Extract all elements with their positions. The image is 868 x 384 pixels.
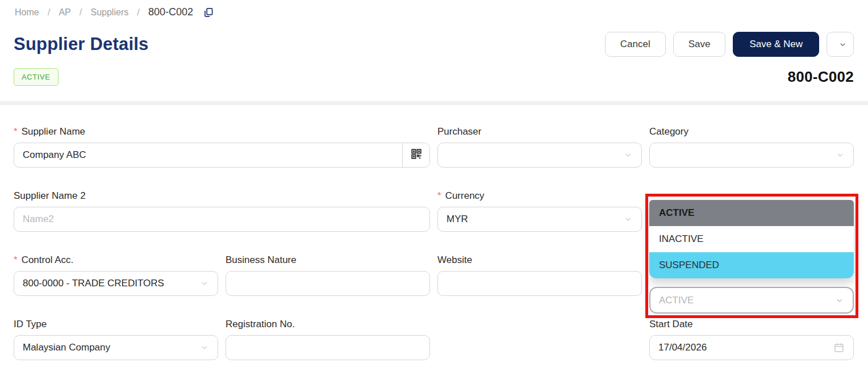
copy-icon[interactable] [203, 7, 214, 18]
calendar-icon [833, 342, 845, 353]
required-marker: * [14, 126, 18, 137]
field-supplier-name: * Supplier Name [14, 126, 430, 168]
purchaser-label: Purchaser [437, 126, 642, 137]
status-dropdown-menu: ACTIVE INACTIVE SUSPENDED [649, 200, 854, 278]
purchaser-select[interactable] [437, 143, 642, 168]
website-input[interactable] [446, 278, 633, 289]
field-category: Category [649, 126, 854, 168]
breadcrumb-separator: / [80, 7, 82, 18]
supplier-name-input[interactable] [14, 143, 402, 167]
breadcrumb-separator: / [137, 7, 140, 18]
required-marker: * [437, 190, 441, 202]
registration-no-input[interactable] [235, 342, 421, 353]
header-actions: Cancel Save Save & New [605, 32, 854, 57]
qr-code-icon [410, 148, 423, 163]
field-purchaser: Purchaser [437, 126, 642, 168]
breadcrumb-separator: / [48, 7, 51, 18]
chevron-down-icon [838, 40, 847, 49]
field-supplier-name-2: Supplier Name 2 [14, 190, 430, 232]
business-nature-label: Business Nature [226, 254, 430, 266]
id-type-label: ID Type [14, 318, 218, 330]
badge-row: ACTIVE 800-C002 [0, 57, 868, 86]
save-button[interactable]: Save [673, 32, 726, 57]
field-website: Website [437, 254, 642, 296]
field-currency: * Currency MYR [437, 190, 642, 232]
breadcrumb-current: 800-C002 [148, 6, 193, 18]
required-marker: * [14, 254, 18, 266]
status-option-inactive[interactable]: INACTIVE [649, 226, 854, 252]
control-acc-label: * Control Acc. [14, 254, 218, 266]
start-date-input[interactable]: 17/04/2026 [649, 335, 854, 360]
page-title: Supplier Details [14, 34, 149, 55]
supplier-name-2-input[interactable] [23, 214, 421, 225]
chevron-down-icon [200, 343, 209, 352]
save-and-new-button[interactable]: Save & New [733, 32, 819, 57]
currency-select[interactable]: MYR [437, 207, 642, 232]
field-registration-no: Registration No. [226, 318, 430, 360]
breadcrumb-home[interactable]: Home [15, 7, 39, 18]
supplier-name-label: * Supplier Name [14, 126, 430, 137]
breadcrumb: Home / AP / Suppliers / 800-C002 [0, 0, 868, 18]
field-business-nature: Business Nature [226, 254, 430, 296]
chevron-down-icon [200, 279, 209, 288]
website-label: Website [437, 254, 642, 266]
registration-no-label: Registration No. [226, 318, 430, 330]
header: Supplier Details Cancel Save Save & New [0, 18, 868, 57]
supplier-name-2-label: Supplier Name 2 [14, 190, 430, 202]
field-id-type: ID Type Malaysian Company [14, 318, 218, 360]
category-label: Category [649, 126, 854, 137]
status-select[interactable]: ACTIVE [649, 287, 854, 314]
id-type-select[interactable]: Malaysian Company [14, 335, 218, 360]
status-option-suspended[interactable]: SUSPENDED [649, 252, 854, 278]
qr-scan-button[interactable] [402, 143, 429, 167]
business-nature-input[interactable] [235, 278, 421, 289]
chevron-down-icon [624, 215, 633, 224]
breadcrumb-suppliers[interactable]: Suppliers [91, 7, 129, 18]
field-start-date: Start Date 17/04/2026 [649, 318, 854, 360]
cancel-button[interactable]: Cancel [605, 32, 666, 57]
supplier-code: 800-C002 [787, 68, 854, 86]
status-option-active[interactable]: ACTIVE [649, 200, 854, 226]
field-control-acc: * Control Acc. 800-0000 - TRADE CREDITOR… [14, 254, 218, 296]
start-date-label: Start Date [649, 318, 854, 330]
more-actions-button[interactable] [827, 32, 854, 57]
chevron-down-icon [624, 151, 633, 160]
status-badge: ACTIVE [14, 68, 59, 86]
control-acc-select[interactable]: 800-0000 - TRADE CREDITORS [14, 271, 218, 296]
section-divider [0, 101, 868, 105]
chevron-down-icon [835, 296, 844, 305]
chevron-down-icon [836, 151, 845, 160]
currency-label: * Currency [437, 190, 642, 202]
category-select[interactable] [649, 143, 854, 168]
breadcrumb-ap[interactable]: AP [59, 7, 70, 18]
